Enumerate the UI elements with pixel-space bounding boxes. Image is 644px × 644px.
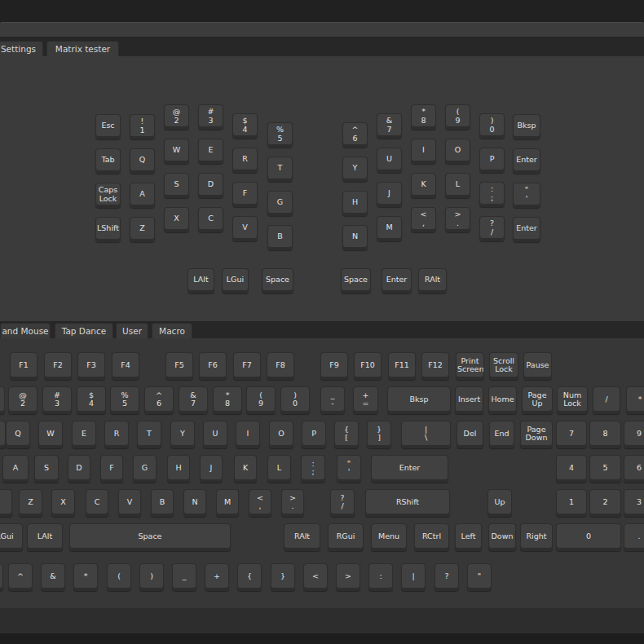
split-key-1[interactable]: ! 1 [130,114,155,139]
picker-key-sym[interactable]: + = [353,386,378,414]
picker-key-sym[interactable]: " ' [337,455,361,483]
split-key-c[interactable]: C [198,207,223,232]
split-key-z[interactable]: Z [130,217,155,242]
picker-key-4[interactable]: 4 [556,455,587,483]
split-key-p[interactable]: P [479,148,505,173]
picker-key-f2[interactable]: F2 [44,352,72,380]
split-key-f[interactable]: F [232,182,258,207]
split-key-e[interactable]: E [198,139,223,164]
picker-key-5[interactable]: % 5 [110,386,139,414]
picker-key-blank[interactable] [0,421,6,448]
picker-key-space[interactable]: Space [69,523,231,551]
picker-key-right[interactable]: Right [520,523,553,551]
picker-key-sym[interactable]: > . [281,489,304,517]
split-key-esc[interactable]: Esc [95,114,121,139]
split-key-sym[interactable]: > . [445,207,470,232]
split-key-9[interactable]: ( 9 [445,104,470,130]
picker-key-sym[interactable]: | \ [401,421,451,448]
picker-key-d[interactable]: D [68,455,90,483]
picker-key-t[interactable]: T [137,421,161,448]
split-key-w[interactable]: W [164,139,189,164]
picker-key-0[interactable]: 0 [556,523,621,551]
picker-key-6[interactable]: ^ 6 [144,386,174,414]
picker-key-6[interactable]: 6 [624,455,644,483]
picker-key-down[interactable]: Down [488,523,516,551]
picker-key-f1[interactable]: F1 [10,352,37,380]
split-key-lalt[interactable]: LAlt [187,268,214,293]
picker-key-8[interactable]: 8 [589,421,621,448]
picker-key-l[interactable]: L [267,455,291,483]
picker-key-k[interactable]: K [234,455,257,483]
picker-key-0[interactable]: ) 0 [280,386,310,414]
split-key-6[interactable]: ^ 6 [342,122,368,148]
picker-key-ralt[interactable]: RAlt [284,523,320,551]
picker-key-sym[interactable]: < [303,563,328,591]
picker-key-bksp[interactable]: Bksp [387,386,451,414]
picker-key-sym[interactable]: ( [107,563,131,591]
picker-key-7[interactable]: 7 [556,421,587,448]
picker-key-rgui[interactable]: RGui [328,523,364,551]
picker-key-2[interactable]: @ 2 [8,386,37,414]
picker-key-page-down[interactable]: Page Down [520,421,553,448]
main-tab-matrix-tester[interactable]: Matrix tester [46,41,119,56]
picker-key-left[interactable]: Left [455,523,482,551]
split-key-enter[interactable]: Enter [382,268,412,293]
split-key-bksp[interactable]: Bksp [513,114,540,139]
picker-key-8[interactable]: * 8 [213,386,242,414]
picker-key-z[interactable]: Z [19,489,42,517]
split-key-r[interactable]: R [232,148,258,173]
picker-key-f9[interactable]: F9 [320,352,348,380]
picker-key-r[interactable]: R [104,421,129,448]
picker-key-f[interactable]: F [100,455,123,483]
picker-key-m[interactable]: M [216,489,239,517]
picker-key-sym[interactable]: + [205,563,229,591]
picker-key-sym[interactable]: ? / [330,489,355,517]
picker-key-blank[interactable] [0,563,3,591]
split-key-ralt[interactable]: RAlt [418,268,447,293]
split-key-space[interactable]: Space [262,268,293,293]
picker-key-u[interactable]: U [203,421,227,448]
split-key-s[interactable]: S [164,173,189,198]
split-key-i[interactable]: I [411,139,436,164]
picker-key-enter[interactable]: Enter [371,455,448,483]
picker-key-v[interactable]: V [118,489,141,517]
picker-key-sym[interactable]: ^ [8,563,33,591]
split-key-y[interactable]: Y [342,157,368,182]
picker-key-f7[interactable]: F7 [233,352,261,380]
picker-key-sym[interactable]: * [626,386,644,414]
picker-key-sym[interactable]: } ] [367,421,391,448]
picker-key-i[interactable]: I [236,421,260,448]
split-key-lshift[interactable]: LShift [95,217,121,242]
split-key-n[interactable]: N [342,225,368,250]
picker-key-sym[interactable]: " [467,563,492,591]
category-tab-tap-dance[interactable]: Tap Dance [55,323,113,338]
picker-key-g[interactable]: G [133,455,157,483]
picker-key-w[interactable]: W [38,421,63,448]
split-key-k[interactable]: K [411,173,436,198]
split-key-2[interactable]: @ 2 [164,104,189,130]
picker-key-s[interactable]: S [34,455,59,483]
picker-key-7[interactable]: & 7 [179,386,208,414]
split-key-lgui[interactable]: LGui [222,268,249,293]
picker-key-1[interactable]: 1 [556,489,587,517]
picker-key-sym[interactable]: _ - [320,386,345,414]
split-key-a[interactable]: A [130,183,155,208]
picker-key-f11[interactable]: F11 [388,352,416,380]
picker-key-f4[interactable]: F4 [112,352,139,380]
category-tab-user[interactable]: User [116,323,148,338]
picker-key-p[interactable]: P [302,421,326,448]
split-key-5[interactable]: % 5 [267,122,293,148]
picker-key-sym[interactable]: > [336,563,360,591]
picker-key-blank[interactable] [0,386,5,414]
picker-key-q[interactable]: Q [6,421,30,448]
split-key-0[interactable]: ) 0 [479,113,505,139]
split-key-7[interactable]: & 7 [377,113,402,139]
main-tab-settings[interactable]: Settings [0,41,43,56]
picker-key-j[interactable]: J [200,455,223,483]
split-key-g[interactable]: G [267,191,293,216]
split-key-space[interactable]: Space [341,268,371,293]
split-key-l[interactable]: L [445,173,470,198]
picker-key-3[interactable]: 3 [624,489,644,517]
picker-key-x[interactable]: X [51,489,75,517]
picker-key-scroll-lock[interactable]: Scroll Lock [489,352,518,380]
